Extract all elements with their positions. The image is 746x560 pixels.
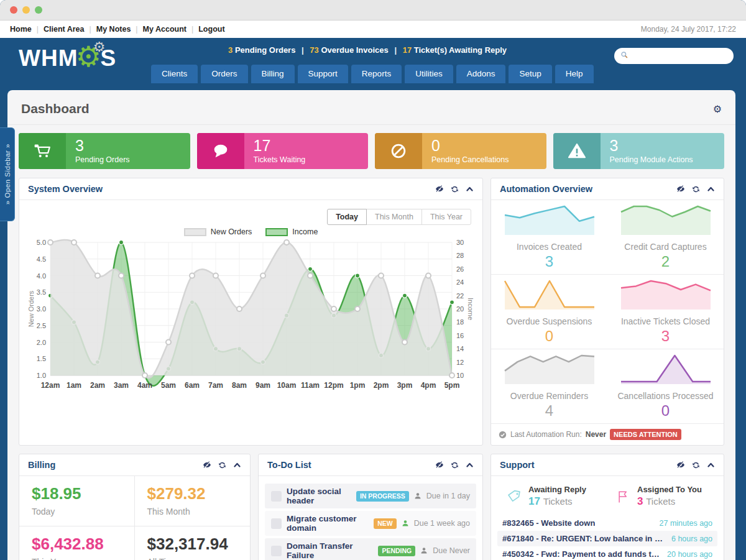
assigned-to-you-stat[interactable]: Assigned To You 3 Tickets [607, 485, 717, 508]
nav-tab-support[interactable]: Support [298, 65, 348, 83]
hide-icon[interactable] [676, 461, 685, 469]
support-stats: Awaiting Reply 17 Tickets Assigned To Yo… [491, 476, 724, 514]
stat-card-pending-orders[interactable]: 3 Pending Orders [19, 133, 190, 169]
close-window-button[interactable] [10, 6, 17, 14]
hide-icon[interactable] [435, 185, 444, 193]
hide-icon[interactable] [435, 461, 444, 469]
maximize-window-button[interactable] [35, 6, 42, 14]
panel-actions [435, 461, 474, 469]
nav-tab-help[interactable]: Help [555, 65, 594, 83]
stat-label: Awaiting Reply [528, 485, 586, 494]
billing-cell-this-month[interactable]: $279.32 This Month [135, 476, 251, 526]
awaiting-reply-stat[interactable]: Awaiting Reply 17 Tickets [497, 485, 607, 508]
pending-orders-label[interactable]: Pending Orders [235, 45, 296, 55]
hide-icon[interactable] [203, 461, 211, 469]
svg-text:5.0: 5.0 [37, 239, 46, 246]
tab-this-year[interactable]: This Year [421, 209, 471, 225]
automation-cell-invoices-created[interactable]: Invoices Created 3 [491, 200, 607, 274]
refresh-icon[interactable] [692, 185, 700, 193]
nav-tab-setup[interactable]: Setup [509, 65, 551, 83]
tab-today[interactable]: Today [327, 209, 367, 225]
ticket-subject[interactable]: #450342 - Fwd: Payment to add funds to R… [502, 549, 662, 559]
ticket-row[interactable]: #671840 - Re: URGENT: Low balance in you… [497, 531, 717, 546]
search-input[interactable] [632, 51, 744, 62]
stat-card-pending-cancellations[interactable]: 0 Pending Cancellations [375, 133, 546, 169]
needs-attention-badge[interactable]: NEEDS ATTENTION [610, 429, 681, 440]
stat-count: 17 Tickets [528, 495, 586, 508]
svg-text:20: 20 [456, 305, 464, 313]
todo-item[interactable]: Migrate customer domain NEW Due 1 week a… [265, 511, 476, 536]
refresh-icon[interactable] [692, 461, 700, 469]
search-box[interactable] [614, 48, 734, 64]
utility-link-logout[interactable]: Logout [198, 25, 224, 34]
utility-bar: Home| Client Area| My Notes| My Account|… [0, 21, 746, 38]
overdue-invoices-count[interactable]: 73 [310, 45, 318, 55]
nav-tab-billing[interactable]: Billing [251, 65, 295, 83]
billing-cell-all-time[interactable]: $32,317.94 All Time [135, 526, 251, 560]
nav-tab-clients[interactable]: Clients [151, 65, 198, 83]
collapse-icon[interactable] [466, 461, 474, 469]
automation-cell-cancellations-processed[interactable]: Cancellations Processed 0 [607, 349, 724, 423]
todo-item[interactable]: Update social header IN PROGRESS Due in … [265, 484, 476, 508]
automation-cell-credit-card-captures[interactable]: Credit Card Captures 2 [607, 200, 724, 274]
system-overview-chart[interactable]: 5.04.54.03.53.02.52.01.51.03028262422201… [24, 237, 476, 394]
svg-text:2am: 2am [90, 381, 105, 390]
utility-link-my-account[interactable]: My Account [143, 25, 186, 34]
automation-cell-inactive-tickets-closed[interactable]: Inactive Tickets Closed 3 [607, 275, 724, 349]
ticket-row[interactable]: #450342 - Fwd: Payment to add funds to R… [497, 546, 717, 560]
utility-link-client-area[interactable]: Client Area [44, 25, 85, 34]
tickets-awaiting-count[interactable]: 17 [403, 45, 412, 55]
collapse-icon[interactable] [707, 461, 715, 469]
refresh-icon[interactable] [218, 461, 226, 469]
minimize-window-button[interactable] [22, 6, 30, 14]
refresh-icon[interactable] [451, 185, 459, 193]
panel-actions [676, 185, 715, 193]
todo-checkbox[interactable] [271, 546, 282, 556]
overdue-invoices-label[interactable]: Overdue Invoices [321, 45, 388, 55]
billing-amount: $32,317.94 [147, 535, 238, 554]
collapse-icon[interactable] [707, 185, 715, 193]
stat-card-tickets-waiting[interactable]: 17 Tickets Waiting [197, 133, 369, 169]
hide-icon[interactable] [676, 185, 685, 193]
refresh-icon[interactable] [451, 461, 459, 469]
todo-checkbox[interactable] [271, 491, 282, 502]
panel-title: To-Do List [267, 460, 311, 470]
system-overview-panel: System Overview Today This Month This Ye… [19, 178, 483, 446]
todo-item[interactable]: Domain Transfer Failure PENDING Due Neve… [265, 538, 476, 560]
utility-link-my-notes[interactable]: My Notes [96, 25, 131, 34]
billing-cell-today[interactable]: $18.95 Today [19, 476, 135, 526]
stat-label: Pending Cancellations [431, 155, 546, 164]
status-badge: NEW [374, 518, 397, 529]
whmcs-logo[interactable]: WHM⚙⚙S [19, 44, 116, 73]
legend-new-orders: New Orders [184, 227, 252, 236]
nav-tab-addons[interactable]: Addons [456, 65, 506, 83]
stat-card-pending-module-actions[interactable]: 3 Pending Module Actions [553, 133, 725, 169]
ticket-subject[interactable]: #832465 - Website down [502, 518, 595, 528]
nav-tab-reports[interactable]: Reports [351, 65, 402, 83]
ticket-row[interactable]: #832465 - Website down 27 minutes ago [497, 515, 717, 531]
bottom-panels-row: Billing $18.95 Today $279.32 This Month [7, 446, 735, 560]
panel-header: To-Do List [259, 454, 482, 476]
utility-link-home[interactable]: Home [10, 25, 32, 34]
todo-due: Due Never [433, 546, 470, 555]
ticket-subject[interactable]: #671840 - Re: URGENT: Low balance in you… [502, 534, 666, 543]
collapse-icon[interactable] [466, 185, 474, 193]
automation-cell-overdue-suspensions[interactable]: Overdue Suspensions 0 [491, 275, 607, 349]
last-automation-run-value: Never [586, 430, 606, 439]
speech-bubble-icon [197, 133, 244, 169]
todo-checkbox[interactable] [271, 518, 282, 529]
billing-grid: $18.95 Today $279.32 This Month $6,432.8… [19, 476, 250, 560]
open-sidebar-tab[interactable]: » Open Sidebar » [0, 127, 15, 221]
billing-amount: $279.32 [147, 484, 238, 503]
dashboard-settings-gear-icon[interactable]: ⚙ [713, 103, 722, 115]
pending-orders-count[interactable]: 3 [228, 45, 233, 55]
automation-cell-overdue-reminders[interactable]: Overdue Reminders 4 [491, 349, 607, 423]
tab-this-month[interactable]: This Month [366, 209, 422, 225]
collapse-icon[interactable] [233, 461, 241, 469]
panel-title: Billing [28, 460, 55, 470]
nav-tab-utilities[interactable]: Utilities [405, 65, 453, 83]
tickets-awaiting-label[interactable]: Ticket(s) Awaiting Reply [414, 45, 507, 55]
nav-tab-orders[interactable]: Orders [201, 65, 247, 83]
stat-body: 0 Pending Cancellations [422, 133, 546, 169]
billing-cell-this-year[interactable]: $6,432.88 This Year [19, 526, 135, 560]
